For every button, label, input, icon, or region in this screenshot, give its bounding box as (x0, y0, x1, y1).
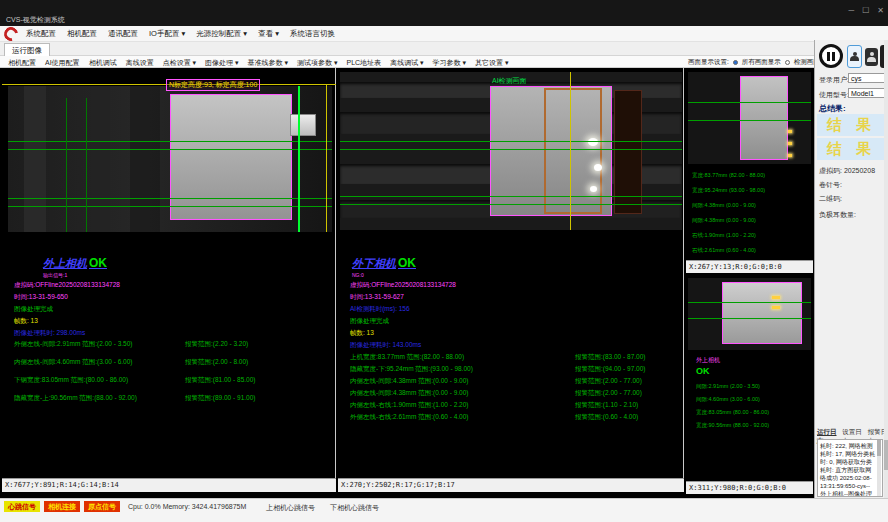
radio-all-views[interactable] (733, 60, 738, 65)
pause-button[interactable] (819, 44, 843, 68)
measurement-alarm: 报警范围:(2.00 - 77.00) (575, 377, 642, 386)
tool-camera-config[interactable]: 相机配置 (8, 58, 36, 68)
calibration-line-vertical (570, 72, 571, 230)
qr-code-label: 二维码: (819, 194, 842, 204)
measurement-value: 内侧左线-间隙:4.38mm 范围:(0.00 - 9.00) (350, 377, 468, 386)
ai-elapsed-line: AI检测耗时(ms): 156 (350, 305, 410, 314)
tool-other-settings[interactable]: 其它设置 ▾ (475, 58, 508, 68)
barcode-line: 虚拟码:OFFline20250208133134728 (350, 281, 456, 290)
middle-camera-title: 外下相机OK (352, 256, 416, 271)
title-bar: CVS-视觉检测系统 ─ ☐ ✕ (0, 0, 888, 26)
middle-camera-image[interactable]: AI检测画面 (340, 72, 682, 230)
thumb2-pixel-info: X:311;Y:980;R:0;G:0;B:0 (686, 481, 813, 494)
display-settings: 画面显示设置: 所有画面显示 检测画面显示 (688, 58, 833, 67)
thumb-panel-bottom[interactable]: 外上相机 OK 间隙:2.91mm (2.00 - 3.50) 间隙:4.60m… (686, 276, 813, 480)
tool-ai-config[interactable]: AI使用配置 (45, 58, 80, 68)
barcode-row: 虚拟码: 20250208 (819, 166, 875, 176)
tool-spot-check[interactable]: 点检设置 ▾ (163, 58, 196, 68)
measure-line-vertical (86, 98, 87, 232)
log-scrollbar[interactable] (877, 440, 881, 496)
reel-number-label: 卷针号: (819, 180, 842, 190)
elapsed-line: 图像处理耗时: 298.00ms (14, 329, 85, 338)
measure-line (8, 198, 332, 199)
maximize-icon[interactable]: ☐ (862, 6, 869, 15)
user-login-button[interactable] (847, 45, 862, 68)
middle-camera-panel[interactable]: AI检测画面 外下相机OK NG:0 虚拟码:OFFline2025020813… (338, 68, 684, 478)
thumb1-result-lines: 宽度:83.77mm (82.00 - 88.00) 宽度:95.24mm (9… (692, 168, 765, 258)
result-block-2: 结 果 (817, 138, 886, 160)
total-result-label: 总结果: (819, 103, 846, 114)
model-label: 使用型号: (819, 90, 849, 100)
tool-test-params[interactable]: 测试项参数 ▾ (297, 58, 337, 68)
height-overlay-label: N标定高度:93, 标定高度:100 (166, 79, 260, 91)
signal-line: NG:0 (352, 272, 364, 278)
thumb1-image[interactable] (688, 72, 811, 164)
status-line: 图像处理完成 (350, 317, 389, 326)
result-ok: OK (398, 256, 416, 270)
status-bar: 心跳信号 相机连接 原点信号 Cpu: 0.0% Memory: 3424.41… (0, 498, 888, 522)
bottom-camera-heartbeat: 下相机心跳信号 (330, 503, 379, 513)
barcode-line: 虚拟码:OFFline20250208133134728 (14, 281, 120, 290)
app-window: CVS-视觉检测系统 ─ ☐ ✕ 系统配置 相机配置 通讯配置 IO手配置 ▾ … (0, 0, 888, 522)
tab-run-image[interactable]: 运行图像 (4, 43, 50, 57)
tool-camera-debug[interactable]: 相机调试 (89, 58, 117, 68)
minimize-icon[interactable]: ─ (848, 6, 854, 15)
thumb-panel-top[interactable]: 宽度:83.77mm (82.00 - 88.00) 宽度:95.24mm (9… (686, 70, 813, 260)
model-field[interactable]: Model1 (848, 88, 886, 98)
menu-language-switch[interactable]: 系统语言切换 (290, 29, 335, 39)
window-title: CVS-视觉检测系统 (6, 15, 65, 25)
tab-count-label: 负极耳数量: (819, 210, 856, 220)
menu-light-config[interactable]: 光源控制配置 ▾ (196, 29, 247, 39)
tool-plc-table[interactable]: PLC地址表 (347, 58, 382, 68)
left-camera-image[interactable] (8, 86, 332, 232)
camera-connect-badge: 相机连接 (44, 501, 80, 512)
measurement-value: 内侧左线-右线:1.90mm 范围:(1.00 - 2.20) (350, 401, 468, 410)
camera-name: 外上相机 (43, 257, 87, 269)
measurement-value: 内侧左线-间隙:4.38mm 范围:(0.00 - 9.00) (350, 389, 468, 398)
measurement-alarm: 报警范围:(81.00 - 85.00) (185, 376, 255, 385)
left-camera-panel[interactable]: N标定高度:93, 标定高度:100 外上相机OK 输出信号:1 虚拟码:OFF… (2, 68, 336, 478)
menu-view[interactable]: 查看 ▾ (258, 29, 279, 39)
log-text-area[interactable]: 耗时: 222, 网络检测耗时: 17, 网络分类耗时: 0, 网络获取分类耗时… (817, 439, 883, 497)
tool-learn-params[interactable]: 学习参数 ▾ (433, 58, 466, 68)
sidebar-scrollbar[interactable] (884, 40, 888, 498)
measurement-alarm: 报警范围:(2.00 - 77.00) (575, 389, 642, 398)
tool-offline-setting[interactable]: 离线设置 (126, 58, 154, 68)
frame-line: 帧数: 13 (350, 329, 374, 338)
login-user-field[interactable]: cys (848, 73, 886, 83)
product-region (740, 76, 788, 160)
origin-signal-badge: 原点信号 (84, 501, 120, 512)
menu-comm-config[interactable]: 通讯配置 (108, 29, 138, 39)
tool-image-process[interactable]: 图像处理 ▾ (205, 58, 238, 68)
measurement-value: 上机宽度:83.77mm 范围:(82.00 - 88.00) (350, 353, 464, 362)
time-line: 时间:13-31-59-650 (14, 293, 68, 302)
measure-line (8, 141, 332, 142)
close-icon[interactable]: ✕ (877, 6, 884, 15)
right-sidebar: 登录用户: cys 使用型号: Model1 总结果: 结 果 结 果 虚拟码:… (814, 40, 888, 498)
measure-line (340, 141, 682, 142)
menu-system-config[interactable]: 系统配置 (26, 29, 56, 39)
measure-line-vertical (66, 98, 67, 232)
menu-camera-config[interactable]: 相机配置 (67, 29, 97, 39)
measure-line (8, 206, 332, 207)
cpu-memory-text: Cpu: 0.0% Memory: 3424.41796875M (128, 503, 246, 510)
left-camera-title: 外上相机OK (43, 256, 107, 271)
measurement-value: 隐藏宽度-下:95.24mm 范围:(93.00 - 98.00) (350, 365, 473, 374)
heartbeat-badge: 心跳信号 (4, 501, 40, 512)
tool-offline-debug[interactable]: 离线调试 ▾ (390, 58, 423, 68)
thumb2-image[interactable] (688, 278, 811, 350)
middle-pixel-info: X:270;Y:2502;R:17;G:17;B:17 (338, 478, 684, 492)
option-all-views[interactable]: 所有画面显示 (742, 58, 781, 67)
user-icon (850, 52, 859, 62)
radio-detect-view[interactable] (785, 60, 790, 65)
tool-baseline-params[interactable]: 基准线参数 ▾ (248, 58, 288, 68)
calibration-line-vertical (326, 84, 327, 232)
menu-io-config[interactable]: IO手配置 ▾ (149, 29, 185, 39)
login-user-label: 登录用户: (819, 75, 849, 85)
top-camera-heartbeat: 上相机心跳信号 (266, 503, 315, 513)
thumb1-pixel-info: X:267;Y:13;R:0;G:0;B:0 (686, 260, 813, 273)
measurement-value: 下钢宽度:83.05mm 范围:(80.00 - 86.00) (14, 376, 128, 385)
display-settings-label: 画面显示设置: (688, 58, 729, 67)
left-pixel-info: X:7677;Y:891;R:14;G:14;B:14 (2, 478, 336, 492)
user-switch-button[interactable] (865, 48, 878, 66)
